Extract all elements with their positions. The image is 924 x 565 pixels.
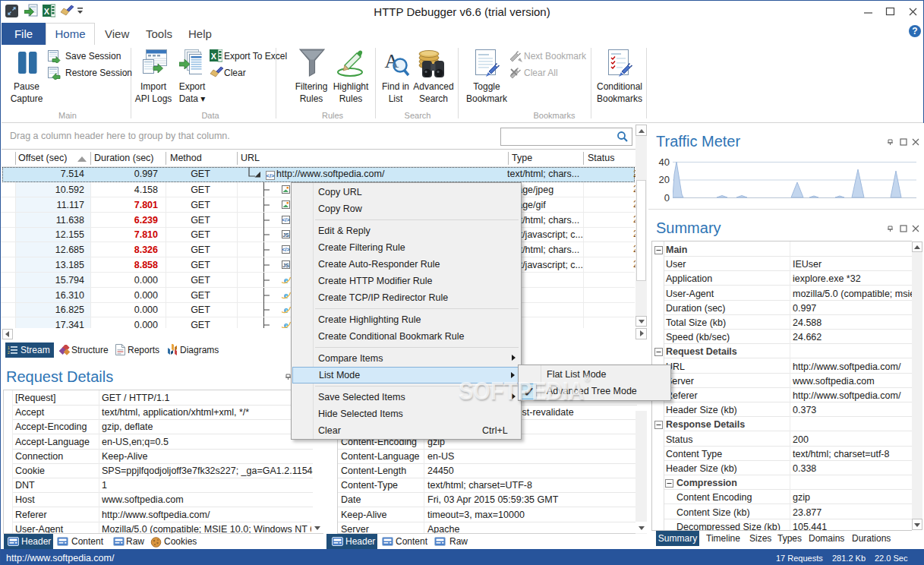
svg-text:</>: </> xyxy=(282,217,289,223)
svg-text:JS: JS xyxy=(282,263,289,268)
svg-text:2: 2 xyxy=(8,350,10,355)
svg-text:</>: </> xyxy=(266,172,275,179)
svg-text:</>: </> xyxy=(282,247,289,252)
svg-text:X: X xyxy=(44,7,50,16)
svg-text:X: X xyxy=(211,52,217,61)
svg-text:JS: JS xyxy=(282,232,289,238)
